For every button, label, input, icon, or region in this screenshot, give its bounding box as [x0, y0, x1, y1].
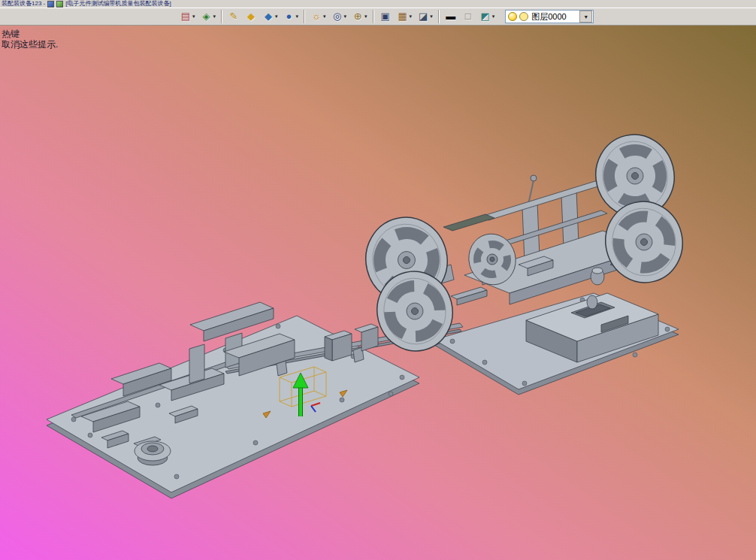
- window-title-right: [电子元件测试编带机质量包装配装设备]: [65, 0, 171, 8]
- toolbar-button-zoom[interactable]: ◎ ▾: [329, 9, 349, 24]
- toolbar-button-print[interactable]: ▤ ▾: [177, 9, 198, 24]
- toolbar-button-extrude[interactable]: ◆ ▾: [260, 9, 280, 24]
- toolbar-button-move[interactable]: ⊕ ▾: [349, 9, 370, 24]
- chevron-down-icon[interactable]: ▾: [323, 14, 326, 20]
- toolbar-button-background[interactable]: □: [460, 9, 476, 24]
- layer-combobox-value: 图层0000: [531, 11, 579, 23]
- sphere-icon: ●: [283, 10, 295, 23]
- toolbar-separator: [221, 10, 222, 23]
- toolbar-button-material[interactable]: ◈ ▾: [198, 9, 219, 24]
- 3d-scene[interactable]: [0, 26, 756, 560]
- shade-icon: ◩: [479, 10, 491, 23]
- lightbulb-icon: [508, 12, 517, 21]
- toolbar-button-sphere[interactable]: ● ▾: [281, 9, 301, 24]
- render-palette-icon: ☼: [310, 10, 322, 23]
- chevron-down-icon[interactable]: ▾: [344, 14, 347, 20]
- hint-line-2: 取消这些提示.: [2, 39, 58, 50]
- chevron-down-icon[interactable]: ▾: [410, 14, 413, 20]
- window-title-left: 装配装设备123 -: [2, 0, 45, 8]
- chevron-down-icon[interactable]: ▾: [275, 14, 278, 20]
- 3d-viewport[interactable]: 热键 取消这些提示.: [0, 26, 756, 560]
- toolbar-button-grid[interactable]: ▦ ▾: [395, 9, 415, 24]
- window-title-strip: 装配装设备123 - [电子元件测试编带机质量包装配装设备]: [0, 0, 756, 8]
- layer-color-icon: [519, 12, 528, 21]
- print-icon: ▤: [180, 10, 192, 23]
- toolbar-button-line-width[interactable]: ▬: [443, 9, 459, 24]
- zoom-icon: ◎: [331, 10, 343, 23]
- toolbar-separator: [438, 10, 440, 23]
- chevron-down-icon[interactable]: ▾: [296, 14, 299, 20]
- toolbar-separator: [373, 10, 374, 23]
- toolbar-button-render-palette[interactable]: ☼ ▾: [308, 9, 328, 24]
- toolbar-button-sketch[interactable]: ✎: [225, 9, 242, 24]
- toolbar-button-shade[interactable]: ◩ ▾: [477, 9, 497, 24]
- viewport-icon: ▣: [380, 10, 392, 23]
- toolbar-button-solid-cube[interactable]: ◆: [243, 9, 259, 24]
- sketch-icon: ✎: [228, 10, 240, 23]
- document-icon: [47, 1, 54, 8]
- extrude-icon: ◆: [262, 10, 274, 23]
- move-icon: ⊕: [352, 10, 364, 23]
- toolbar-separator: [304, 10, 305, 23]
- toolbar-button-viewport-mode[interactable]: ▣: [377, 9, 394, 24]
- grid-icon: ▦: [397, 10, 409, 23]
- hint-line-1: 热键: [2, 29, 58, 39]
- viewport-hint: 热键 取消这些提示.: [2, 29, 58, 50]
- main-toolbar: ▤ ▾ ◈ ▾ ✎ ◆ ◆ ▾ ● ▾ ☼ ▾ ◎ ▾ ⊕ ▾ ▣ ▦ ▾ ◪ …: [0, 8, 756, 26]
- toolbar-button-display-mode[interactable]: ◪ ▾: [415, 9, 435, 24]
- chevron-down-icon[interactable]: ▾: [492, 14, 495, 20]
- chevron-down-icon[interactable]: ▾: [192, 14, 195, 20]
- display-mode-icon: ◪: [417, 10, 429, 23]
- solid-cube-icon: ◆: [245, 10, 257, 23]
- assembly-icon: [56, 1, 63, 8]
- line-width-icon: ▬: [445, 10, 457, 23]
- layer-combobox[interactable]: 图层0000 ▾: [505, 10, 594, 23]
- chevron-down-icon[interactable]: ▾: [213, 14, 216, 20]
- chevron-down-icon[interactable]: ▾: [364, 14, 367, 20]
- background-color-icon: □: [462, 10, 474, 23]
- material-icon: ◈: [201, 10, 213, 23]
- chevron-down-icon[interactable]: ▾: [579, 11, 592, 23]
- chevron-down-icon[interactable]: ▾: [430, 14, 433, 20]
